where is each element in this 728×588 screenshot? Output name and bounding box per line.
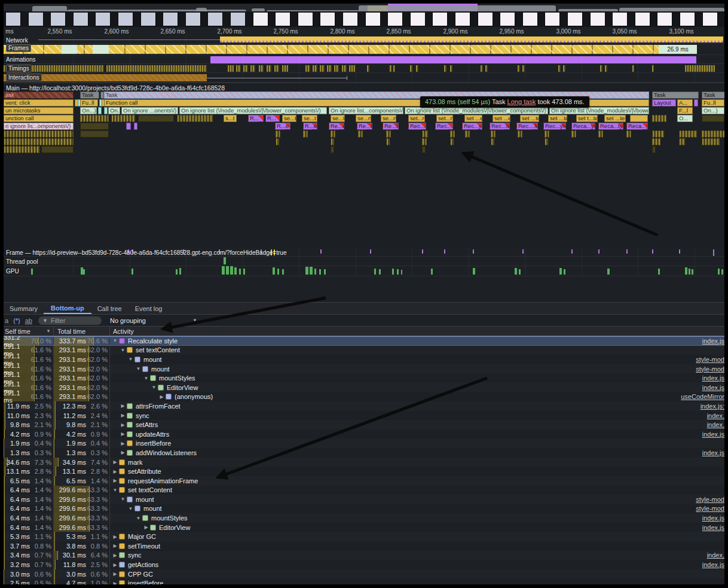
flame-block[interactable]	[422, 146, 426, 153]
flame-block[interactable]: Fu..ll	[80, 99, 98, 106]
source-link[interactable]: index.js	[702, 561, 724, 568]
flame-block[interactable]	[518, 130, 522, 138]
screenshot-thumbnail[interactable]	[567, 12, 583, 26]
expander-icon[interactable]: ▶	[112, 459, 118, 465]
source-link[interactable]: index.js	[702, 337, 724, 345]
expander-icon[interactable]: ▼	[120, 496, 126, 502]
timings-track[interactable]: Timings	[4, 64, 724, 73]
flame-block[interactable]: Task	[80, 92, 99, 99]
flame-block[interactable]	[4, 146, 39, 153]
table-row[interactable]: 291.1 ms61.6 %293.1 ms62.0 %▼mountstyle-…	[4, 364, 724, 374]
table-row[interactable]: 3.4 ms0.7 %30.1 ms6.4 %▶syncindex.	[4, 551, 724, 560]
flame-block[interactable]	[41, 146, 74, 153]
flame-block[interactable]: On ignore ...onents\/)	[121, 107, 178, 114]
expander-icon[interactable]: ▼	[136, 366, 141, 371]
cpu-overview-strip[interactable]	[4, 4, 724, 11]
expander-icon[interactable]: ▶	[120, 403, 126, 409]
table-row[interactable]: 5.3 ms1.1 %5.3 ms1.1 %▶Major GC	[4, 532, 724, 541]
screenshot-thumbnail[interactable]	[365, 12, 381, 26]
flame-block[interactable]	[630, 115, 648, 122]
flame-block[interactable]	[652, 146, 656, 153]
screenshot-thumbnail[interactable]	[680, 12, 695, 26]
flame-block[interactable]: un microtasks	[4, 107, 74, 114]
flame-block[interactable]: R...	[265, 115, 280, 122]
table-row[interactable]: 9.8 ms2.1 %9.8 ms2.1 %▶setAttrsindex.	[4, 420, 724, 429]
table-row[interactable]: 6.4 ms1.4 %299.6 ms63.3 %▼set textConten…	[4, 486, 724, 495]
table-row[interactable]: 6.4 ms1.4 %299.6 ms63.3 %▼mountstyle-mod	[4, 495, 724, 504]
screenshot-thumbnail[interactable]	[590, 12, 605, 26]
expander-icon[interactable]: ▶	[112, 553, 118, 558]
flame-block[interactable]	[694, 99, 698, 106]
screenshot-thumbnail[interactable]	[185, 12, 201, 26]
table-row[interactable]: 291.1 ms61.6 %293.1 ms62.0 %▶(anonymous)…	[4, 392, 724, 402]
expander-icon[interactable]: ▶	[143, 525, 149, 530]
flame-block[interactable]	[98, 107, 102, 114]
screenshot-thumbnail[interactable]	[545, 12, 560, 26]
match-whole-word-icon[interactable]: ab	[25, 317, 32, 324]
flame-block[interactable]	[331, 138, 334, 145]
table-row[interactable]: 3.2 ms0.7 %11.8 ms2.5 %▶getActionsindex.…	[4, 560, 724, 569]
flame-block[interactable]: On ignore list...components\/)	[329, 107, 403, 114]
expander-icon[interactable]: ▶	[112, 562, 118, 568]
flame-block[interactable]	[386, 130, 391, 138]
flame-block[interactable]: set...nt	[436, 115, 453, 122]
flame-block[interactable]	[104, 107, 108, 114]
flame-block[interactable]: Layout	[652, 99, 676, 106]
network-track[interactable]: Network	[4, 36, 724, 44]
frame-track[interactable]: Frame — https://id-preview--bd53fd9d-728…	[4, 247, 724, 257]
expander-icon[interactable]: ▶	[120, 422, 126, 428]
flame-block[interactable]	[358, 130, 363, 138]
screenshot-thumbnail[interactable]	[455, 12, 470, 26]
flame-block[interactable]	[276, 130, 280, 138]
flame-block[interactable]: set ...ent	[464, 115, 482, 122]
screenshot-thumbnail[interactable]	[5, 12, 21, 26]
table-row[interactable]: 1.9 ms0.4 %1.9 ms0.4 %▶insertBefore	[4, 439, 724, 449]
flame-block[interactable]: set ...tent	[604, 115, 626, 122]
flame-block[interactable]	[465, 130, 470, 138]
source-link[interactable]: index.js	[702, 514, 724, 522]
screenshot-thumbnail[interactable]	[298, 12, 313, 26]
screenshot-thumbnail[interactable]	[73, 12, 88, 26]
flame-block[interactable]: Fu..ll	[702, 99, 724, 106]
source-link[interactable]: index.	[707, 412, 724, 419]
main-thread-section[interactable]: Main — http://localhost:3000/projects/bd…	[4, 83, 724, 248]
gpu-track[interactable]: GPU	[4, 266, 724, 276]
source-link[interactable]: index.js	[702, 384, 724, 391]
flame-block[interactable]: se...t	[302, 115, 317, 122]
flame-block[interactable]	[450, 130, 455, 138]
flame-block[interactable]	[111, 115, 135, 122]
flame-block[interactable]: Re...le	[357, 123, 372, 130]
flame-block[interactable]	[545, 130, 549, 138]
table-row[interactable]: 1.3 ms0.3 %1.3 ms0.3 %▶addWindowListener…	[4, 448, 724, 458]
flame-block[interactable]: set ...tent	[520, 115, 539, 122]
flame-block[interactable]: On ignore list (\/node_modules\/|\/bower…	[549, 107, 649, 114]
screenshot-thumbnail[interactable]	[140, 12, 156, 26]
screenshot-thumbnail[interactable]	[702, 12, 718, 26]
expander-icon[interactable]: ▶	[112, 543, 118, 549]
flame-block[interactable]	[491, 138, 494, 145]
source-link[interactable]: style-mod	[696, 505, 724, 512]
column-self-time[interactable]: Self time▼	[4, 327, 54, 336]
expander-icon[interactable]: ▶	[112, 534, 118, 540]
flame-block[interactable]: Re...e	[329, 123, 344, 130]
flame-block[interactable]: On...)	[702, 107, 724, 114]
table-row[interactable]: 2.5 ms0.5 %4.7 ms1.0 %▶insertBefore	[4, 578, 724, 584]
flame-block[interactable]	[679, 138, 685, 145]
screenshot-thumbnail[interactable]	[478, 12, 493, 26]
flame-block[interactable]	[626, 130, 631, 138]
flame-block[interactable]: On ignore list (\/node_modules\/|\/bower…	[179, 107, 327, 114]
flame-block[interactable]: Task	[652, 92, 699, 99]
flame-block[interactable]	[138, 115, 174, 122]
expander-icon[interactable]: ▼	[120, 348, 126, 353]
flame-block[interactable]: set ...tent	[548, 115, 567, 122]
flame-block[interactable]	[702, 138, 720, 145]
table-row[interactable]: 3.7 ms0.8 %3.8 ms0.8 %▶setTimeout	[4, 541, 724, 551]
source-link[interactable]: index.js	[702, 449, 724, 456]
flame-block[interactable]	[4, 138, 74, 145]
flame-block[interactable]: O...	[677, 115, 693, 122]
expander-icon[interactable]: ▼	[136, 516, 141, 521]
screenshot-thumbnail[interactable]	[163, 12, 178, 26]
flame-block[interactable]: se...nt	[356, 115, 371, 122]
expander-icon[interactable]: ▼	[128, 357, 133, 362]
flame-block[interactable]	[652, 115, 666, 122]
